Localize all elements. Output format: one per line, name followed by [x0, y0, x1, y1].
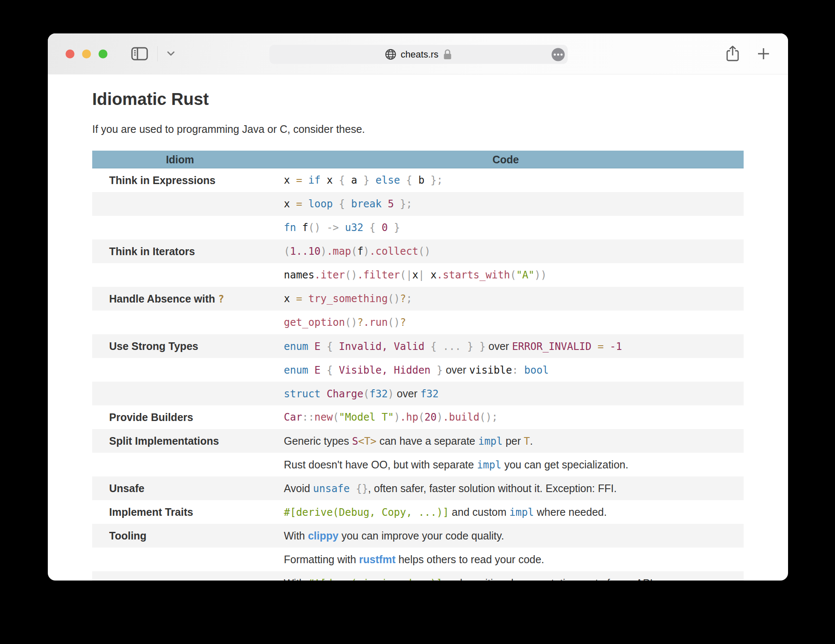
table-header: Idiom Code: [92, 151, 744, 168]
code-cell: #[derive(Debug, Copy, ...)] and custom i…: [268, 500, 744, 524]
minimize-button[interactable]: [82, 50, 91, 58]
idiom-cell: [92, 382, 268, 405]
rustfmt-link[interactable]: rustfmt: [359, 553, 396, 565]
token-lab: Split Implementations: [109, 435, 219, 447]
chevron-down-icon: [167, 51, 175, 56]
token-c: x: [327, 174, 339, 186]
token-p: make writing documentation part of your …: [442, 577, 656, 581]
table-row: names.iter().filter(|x| x.starts_with("A…: [92, 263, 744, 287]
table-row: x = loop { break 5 };: [92, 192, 744, 216]
code-cell: Rust doesn't have OO, but with separate …: [268, 453, 744, 476]
token-p: you can get specialization.: [501, 459, 628, 471]
globe-icon: [385, 49, 396, 60]
code-cell: Generic types S<T> can have a separate i…: [268, 429, 744, 453]
token-g: }: [394, 222, 400, 234]
address-bar[interactable]: cheats.rs: [269, 45, 568, 64]
token-p: you can improve your code quality.: [338, 530, 504, 542]
close-button[interactable]: [66, 50, 74, 58]
token-g: {}: [356, 483, 368, 495]
code-cell: Car::new("Model T").hp(20).build();: [268, 405, 744, 429]
table-row: fn f() -> u32 { 0 }: [92, 216, 744, 239]
token-lab: Use Strong Types: [109, 340, 198, 352]
token-lab: Tooling: [109, 530, 146, 542]
token-o: =: [296, 293, 308, 305]
idiom-cell: [92, 263, 268, 287]
token-n: 5: [388, 198, 400, 210]
token-f: .filter: [357, 269, 400, 281]
token-g: }: [363, 174, 376, 186]
code-cell: x = if x { a } else { b };: [268, 168, 744, 192]
code-cell: x = loop { break 5 };: [268, 192, 744, 216]
idiom-cell: [92, 358, 268, 382]
token-p: .: [530, 435, 533, 447]
token-g: (): [388, 316, 400, 328]
token-c: names: [284, 269, 314, 281]
share-button[interactable]: [725, 45, 740, 62]
table-row: Provide BuildersCar::new("Model T").hp(2…: [92, 405, 744, 429]
clippy-link[interactable]: clippy: [308, 530, 338, 542]
token-g: ): [394, 411, 400, 423]
page-title: Idiomatic Rust: [92, 90, 744, 109]
toolbar-actions: [725, 45, 770, 62]
token-p: over: [486, 340, 512, 352]
browser-toolbar: cheats.rs: [48, 33, 788, 74]
window-controls: [66, 50, 107, 58]
idiom-cell: [92, 216, 268, 239]
idiom-cell: [92, 571, 268, 581]
token-n: 0: [382, 222, 394, 234]
zoom-button[interactable]: [99, 50, 107, 58]
idiom-cell: Unsafe: [92, 476, 268, 500]
token-o: =: [296, 198, 308, 210]
table-row: Formatting with rustfmt helps others to …: [92, 548, 744, 571]
token-p: per: [503, 435, 524, 447]
idiom-cell: Split Implementations: [92, 429, 268, 453]
token-g: {: [327, 341, 339, 352]
token-g: {: [406, 174, 418, 186]
token-g: (): [388, 293, 400, 305]
token-lab: Think in Iterators: [109, 245, 195, 257]
token-k: impl: [478, 435, 503, 447]
token-a: #[derive(Debug, Copy, ...)]: [284, 506, 449, 518]
token-lab: Implement Traits: [109, 506, 193, 518]
code-cell: Avoid unsafe {}, often safer, faster sol…: [268, 476, 744, 500]
token-o: =: [598, 341, 610, 352]
code-cell: Formatting with rustfmt helps others to …: [268, 548, 744, 571]
idiom-cell: Implement Traits: [92, 500, 268, 524]
token-g: ): [437, 411, 442, 423]
page-settings-button[interactable]: [552, 48, 565, 61]
token-g: {: [369, 222, 382, 234]
token-g: ): [388, 388, 394, 400]
token-c: f: [302, 222, 308, 234]
token-g: };: [400, 198, 412, 210]
tab-group-menu-button[interactable]: [167, 51, 175, 56]
token-p: Generic types: [284, 435, 352, 447]
token-q: ?: [218, 293, 224, 305]
code-cell: names.iter().filter(|x| x.starts_with("A…: [268, 263, 744, 287]
token-k: unsafe: [313, 483, 356, 495]
idiom-cell: Use Strong Types: [92, 334, 268, 358]
token-k: impl: [477, 459, 501, 471]
token-g: ();: [479, 411, 497, 423]
table-row: With #![deny(missing_docs)] make writing…: [92, 571, 744, 581]
code-cell: With #![deny(missing_docs)] make writing…: [268, 571, 744, 581]
token-c: visible: [469, 364, 512, 376]
table-row: Use Strong Typesenum E { Invalid, Valid …: [92, 334, 744, 358]
idiom-table: Idiom Code Think in Expressionsx = if x …: [92, 151, 744, 581]
new-tab-button[interactable]: [757, 47, 770, 61]
sidebar-toggle-button[interactable]: [131, 47, 148, 61]
token-a: #![deny(missing_docs)]: [308, 578, 442, 581]
token-k: if: [308, 174, 327, 186]
token-c: x: [431, 269, 437, 281]
toolbar-divider: [157, 46, 158, 61]
token-c: x: [412, 269, 418, 281]
token-n: E: [314, 364, 327, 376]
header-idiom: Idiom: [92, 151, 268, 168]
token-g: }: [437, 364, 442, 376]
token-lab: Provide Builders: [109, 411, 193, 423]
token-n: Car: [284, 411, 302, 423]
token-s: "A": [516, 269, 534, 281]
sidebar-icon: [131, 47, 148, 61]
token-p: Avoid: [284, 482, 313, 494]
token-c: f: [357, 245, 363, 257]
token-p: can have a separate: [376, 435, 478, 447]
